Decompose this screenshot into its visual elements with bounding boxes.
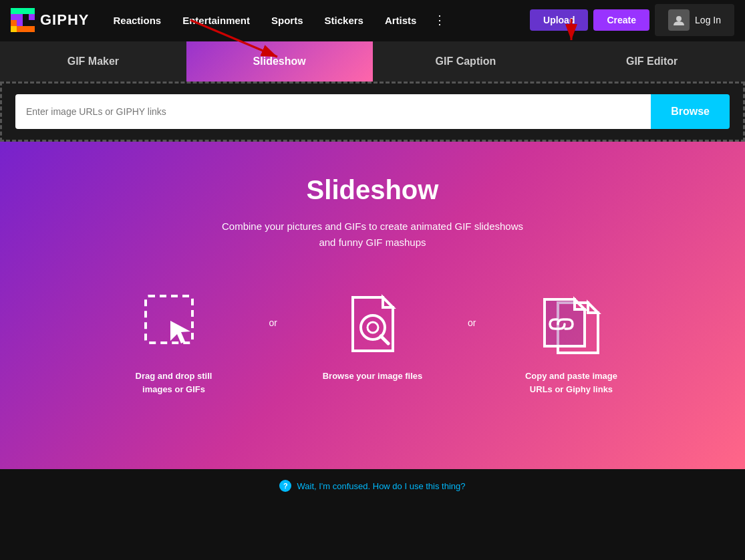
- nav-link-artists[interactable]: Artists: [374, 9, 428, 31]
- create-button[interactable]: Create: [593, 9, 649, 31]
- tool-tabs: GIF Maker Slideshow GIF Caption GIF Edit…: [0, 41, 745, 82]
- url-input[interactable]: [26, 106, 640, 117]
- nav-link-sports[interactable]: Sports: [261, 9, 314, 31]
- nav-link-reactions[interactable]: Reactions: [102, 9, 172, 31]
- svg-rect-1: [11, 14, 17, 20]
- svg-line-16: [381, 336, 388, 343]
- hero-subtitle: Combine your pictures and GIFs to create…: [222, 219, 523, 251]
- svg-point-17: [367, 322, 378, 333]
- nav-link-stickers[interactable]: Stickers: [314, 9, 374, 31]
- hero-features: Drag and drop still images or GIFs or Br…: [106, 291, 640, 396]
- tab-gif-caption[interactable]: GIF Caption: [373, 41, 559, 82]
- logo-text: GIPHY: [40, 11, 89, 29]
- feature-drag-drop-label: Drag and drop still images or GIFs: [120, 370, 227, 396]
- svg-rect-5: [17, 14, 23, 26]
- hero-section: Slideshow Combine your pictures and GIFs…: [0, 142, 745, 469]
- copy-paste-url-icon: [538, 291, 605, 358]
- drag-drop-icon: [140, 291, 207, 358]
- svg-rect-6: [29, 14, 35, 20]
- help-icon[interactable]: ?: [279, 480, 291, 492]
- nav-actions: Upload Create Log In: [530, 4, 734, 36]
- tab-gif-editor[interactable]: GIF Editor: [559, 41, 745, 82]
- svg-rect-0: [11, 8, 17, 14]
- user-avatar-icon: [668, 9, 690, 31]
- more-menu-icon[interactable]: ⋮: [427, 7, 452, 33]
- feature-copy-paste-label: Copy and paste image URLs or Giphy links: [518, 370, 625, 396]
- footer-help-text[interactable]: Wait, I'm confused. How do I use this th…: [297, 481, 465, 491]
- giphy-logo-icon: [11, 8, 35, 32]
- login-label: Log In: [695, 15, 721, 25]
- feature-copy-paste: Copy and paste image URLs or Giphy links: [502, 291, 639, 396]
- feature-browse: Browse your image files: [304, 291, 441, 383]
- upload-area: Browse: [0, 82, 745, 142]
- footer: ? Wait, I'm confused. How do I use this …: [0, 469, 745, 503]
- url-input-wrap: [15, 94, 651, 129]
- logo-area[interactable]: GIPHY: [11, 8, 89, 32]
- svg-rect-2: [11, 20, 17, 26]
- hero-title: Slideshow: [307, 175, 439, 205]
- browse-files-icon: [339, 291, 406, 358]
- svg-rect-3: [11, 26, 17, 32]
- login-button[interactable]: Log In: [655, 4, 734, 36]
- svg-point-8: [676, 16, 682, 21]
- svg-rect-13: [146, 296, 192, 343]
- nav-link-entertainment[interactable]: Entertainment: [172, 9, 261, 31]
- feature-drag-drop: Drag and drop still images or GIFs: [106, 291, 243, 396]
- feature-browse-label: Browse your image files: [323, 370, 423, 383]
- navbar: GIPHY Reactions Entertainment Sports Sti…: [0, 0, 745, 40]
- upload-button[interactable]: Upload: [530, 9, 588, 31]
- or-separator-2: or: [468, 317, 476, 328]
- or-separator-1: or: [269, 317, 277, 328]
- browse-button[interactable]: Browse: [651, 94, 730, 129]
- svg-marker-14: [170, 321, 190, 343]
- svg-rect-4: [17, 8, 35, 14]
- tab-slideshow[interactable]: Slideshow: [186, 41, 373, 82]
- nav-links: Reactions Entertainment Sports Stickers …: [102, 7, 525, 33]
- tab-gif-maker[interactable]: GIF Maker: [0, 41, 186, 82]
- svg-rect-7: [17, 26, 35, 32]
